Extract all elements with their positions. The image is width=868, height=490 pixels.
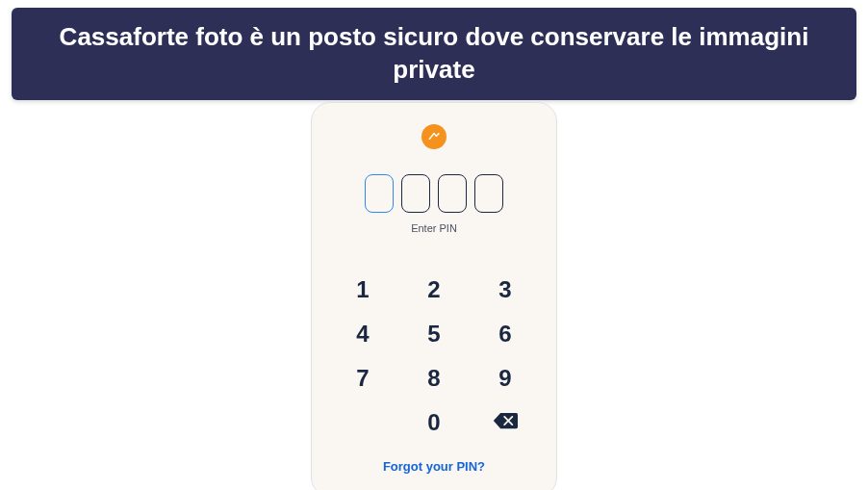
keypad-empty bbox=[327, 407, 398, 438]
keypad-0[interactable]: 0 bbox=[398, 407, 470, 438]
forgot-pin-link[interactable]: Forgot your PIN? bbox=[383, 459, 485, 474]
keypad-9[interactable]: 9 bbox=[470, 363, 541, 394]
enter-pin-label: Enter PIN bbox=[411, 222, 457, 234]
keypad-8[interactable]: 8 bbox=[398, 363, 470, 394]
keypad-backspace[interactable] bbox=[470, 407, 541, 438]
pin-box-1[interactable] bbox=[365, 174, 394, 213]
brand-icon bbox=[421, 124, 447, 149]
info-banner: Cassaforte foto è un posto sicuro dove c… bbox=[12, 8, 856, 100]
keypad-3[interactable]: 3 bbox=[470, 274, 541, 305]
pin-box-4[interactable] bbox=[474, 174, 503, 213]
keypad: 1 2 3 4 5 6 7 8 9 0 bbox=[327, 274, 541, 438]
keypad-4[interactable]: 4 bbox=[327, 319, 398, 349]
svg-point-0 bbox=[438, 133, 440, 135]
phone-frame-wrap: Enter PIN 1 2 3 4 5 6 7 8 9 0 Forgot bbox=[0, 102, 868, 490]
keypad-7[interactable]: 7 bbox=[327, 363, 398, 394]
phone-frame: Enter PIN 1 2 3 4 5 6 7 8 9 0 Forgot bbox=[311, 102, 557, 490]
pin-box-3[interactable] bbox=[438, 174, 467, 213]
keypad-1[interactable]: 1 bbox=[327, 274, 398, 305]
pin-box-2[interactable] bbox=[401, 174, 430, 213]
pin-input-group bbox=[365, 174, 503, 213]
backspace-icon bbox=[493, 407, 518, 438]
keypad-6[interactable]: 6 bbox=[470, 319, 541, 349]
keypad-2[interactable]: 2 bbox=[398, 274, 470, 305]
keypad-5[interactable]: 5 bbox=[398, 319, 470, 349]
